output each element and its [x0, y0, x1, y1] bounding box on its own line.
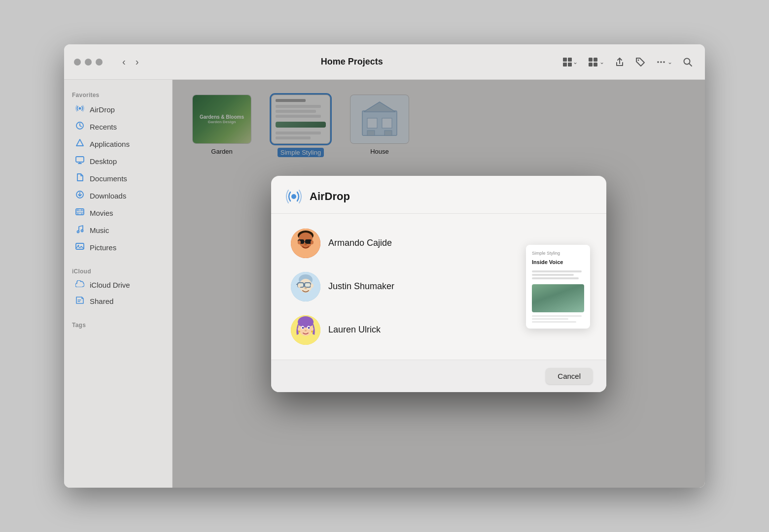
view-grid-button[interactable]: ⌄: [561, 56, 580, 68]
movies-icon: [75, 207, 85, 218]
title-bar: ‹ › Home Projects ⌄ ⌄: [64, 44, 705, 80]
sidebar: Favorites AirDrop: [64, 80, 173, 488]
desktop-icon: [75, 156, 85, 166]
documents-icon: [75, 173, 85, 184]
contact-name-armando: Armando Cajide: [328, 238, 392, 248]
sidebar-icloud-label: iCloud: [64, 264, 172, 277]
sidebar-item-pictures[interactable]: Pictures: [67, 239, 169, 256]
dialog-content: Armando Cajide: [271, 214, 606, 360]
contact-item-armando[interactable]: Armando Cajide: [285, 224, 514, 263]
svg-point-14: [77, 231, 79, 233]
airdrop-sidebar-icon: [75, 104, 85, 115]
svg-point-23: [291, 194, 296, 199]
sidebar-documents-label: Documents: [90, 174, 127, 183]
grid-icon: [563, 58, 572, 66]
sidebar-applications-label: Applications: [90, 140, 130, 148]
traffic-lights: [74, 59, 103, 66]
svg-point-5: [657, 61, 659, 63]
sidebar-item-applications[interactable]: Applications: [67, 135, 169, 152]
svg-rect-0: [589, 58, 593, 62]
search-button[interactable]: [680, 55, 695, 69]
nav-buttons: ‹ ›: [118, 54, 142, 69]
contact-name-lauren: Lauren Ulrick: [328, 325, 381, 335]
sidebar-music-label: Music: [90, 226, 109, 234]
close-button[interactable]: [74, 59, 81, 66]
sidebar-airdrop-label: AirDrop: [90, 105, 115, 114]
dialog-header: AirDrop: [271, 176, 606, 214]
sidebar-shared-label: Shared: [90, 297, 113, 305]
ellipsis-icon: [656, 57, 666, 67]
sidebar-item-desktop[interactable]: Desktop: [67, 153, 169, 169]
sidebar-item-movies[interactable]: Movies: [67, 204, 169, 221]
svg-point-9: [79, 107, 81, 110]
svg-point-15: [81, 230, 83, 232]
svg-point-32: [311, 240, 314, 244]
search-icon: [682, 57, 693, 67]
finder-body: Favorites AirDrop: [64, 80, 705, 488]
svg-point-55: [311, 331, 313, 332]
preview-main-title: Inside Voice: [532, 259, 584, 266]
sidebar-icloud-drive-label: iCloud Drive: [90, 281, 130, 289]
preview-image: [532, 284, 584, 312]
group-chevron-icon: ⌄: [599, 59, 604, 66]
svg-point-31: [298, 240, 301, 244]
svg-point-49: [302, 327, 304, 329]
share-icon: [614, 57, 625, 67]
shared-icon: [75, 296, 85, 306]
music-icon: [75, 225, 85, 235]
svg-point-54: [298, 331, 300, 332]
airdrop-dialog: AirDrop: [271, 176, 606, 392]
tag-button[interactable]: [633, 55, 648, 69]
sidebar-downloads-label: Downloads: [90, 192, 126, 200]
dialog-airdrop-icon: [285, 188, 303, 205]
file-area: Gardens & Blooms Garden Design Garden: [173, 80, 705, 488]
contact-item-lauren[interactable]: Lauren Ulrick: [285, 310, 514, 350]
cancel-button[interactable]: Cancel: [546, 368, 593, 384]
dialog-title: AirDrop: [310, 190, 350, 203]
forward-button[interactable]: ›: [132, 54, 143, 69]
svg-point-7: [663, 61, 665, 63]
chevron-icon: ⌄: [573, 59, 578, 66]
dialog-footer: Cancel: [271, 360, 606, 392]
contact-name-justin: Justin Shumaker: [328, 281, 394, 292]
maximize-button[interactable]: [96, 59, 103, 66]
svg-point-6: [660, 61, 662, 63]
svg-point-51: [305, 330, 307, 331]
group-button[interactable]: ⌄: [586, 55, 606, 69]
sidebar-item-icloud-drive[interactable]: iCloud Drive: [67, 277, 169, 292]
preview-text-area: [532, 270, 584, 279]
sidebar-item-shared[interactable]: Shared: [67, 293, 169, 309]
sidebar-item-music[interactable]: Music: [67, 222, 169, 238]
sidebar-item-airdrop[interactable]: AirDrop: [67, 101, 169, 118]
contact-item-justin[interactable]: Justin Shumaker: [285, 267, 514, 306]
sidebar-item-recents[interactable]: Recents: [67, 118, 169, 135]
more-button[interactable]: ⌄: [654, 55, 674, 69]
svg-point-52: [298, 327, 301, 331]
sidebar-pictures-label: Pictures: [90, 243, 116, 252]
svg-rect-2: [589, 63, 593, 66]
pictures-icon: [75, 242, 85, 253]
minimize-button[interactable]: [85, 59, 92, 66]
svg-point-40: [305, 287, 307, 289]
applications-icon: [75, 138, 85, 149]
sidebar-tags-label: Tags: [64, 318, 172, 331]
svg-point-30: [305, 243, 307, 245]
downloads-icon: [75, 190, 85, 201]
sidebar-recents-label: Recents: [90, 123, 117, 131]
share-button[interactable]: [612, 55, 627, 69]
svg-point-4: [638, 59, 639, 61]
svg-rect-29: [305, 239, 312, 244]
sidebar-item-downloads[interactable]: Downloads: [67, 187, 169, 204]
svg-rect-16: [76, 243, 84, 249]
avatar-armando: [291, 229, 320, 258]
svg-point-41: [298, 284, 301, 288]
sidebar-favorites-label: Favorites: [64, 88, 172, 100]
window-title: Home Projects: [321, 57, 383, 67]
svg-point-46: [299, 319, 313, 328]
title-controls: ⌄ ⌄: [561, 55, 695, 69]
preview-subtitle: Simple Styling: [532, 251, 584, 256]
back-button[interactable]: ‹: [118, 54, 130, 69]
svg-rect-3: [594, 63, 597, 66]
file-preview: Simple Styling Inside Voice: [524, 224, 593, 350]
sidebar-item-documents[interactable]: Documents: [67, 170, 169, 187]
